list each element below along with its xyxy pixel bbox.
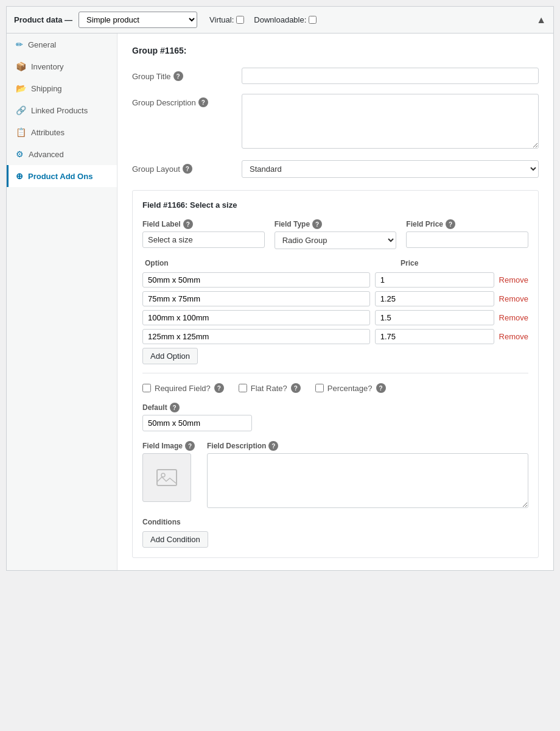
remove-option-button[interactable]: Remove [499,275,528,284]
virtual-label[interactable]: Virtual: [209,15,244,24]
field-price-group: Field Price ? [406,219,528,249]
flat-rate-item: Flat Rate? ? [239,383,301,393]
required-field-checkbox[interactable] [142,384,151,392]
options-header-price: Price [398,258,528,269]
field-type-group: Field Type ? Radio Group Select Checkbox… [275,219,397,249]
group-title-label: Group Title ? [132,68,242,81]
sidebar-item-attributes[interactable]: 📋 Attributes [7,121,117,143]
field-label-input[interactable] [142,231,265,248]
downloadable-label[interactable]: Downloadable: [254,15,317,24]
add-option-button[interactable]: Add Option [142,348,198,364]
collapse-icon[interactable]: ▲ [536,15,546,26]
sidebar-item-label-linked-products: Linked Products [31,106,88,115]
sidebar-item-shipping[interactable]: 📂 Shipping [7,77,117,99]
group-description-row: Group Description ? [132,94,539,150]
field-description-group: Field Description ? [207,441,528,508]
sidebar-item-general[interactable]: ✏ General [7,34,117,55]
option-text-input[interactable] [142,272,370,288]
options-header: Option Price [142,258,528,269]
svg-rect-0 [157,470,177,486]
default-row: Default ? [142,403,528,431]
sidebar-item-product-add-ons[interactable]: ⊕ Product Add Ons [7,165,117,187]
image-desc-row: Field Image ? Fie [142,441,528,508]
group-title-field [242,68,539,84]
percentage-label: Percentage? [327,384,373,393]
group-title-bar: Group #1165: [132,46,539,55]
sidebar-item-label-advanced: Advanced [29,150,64,159]
group-title-input[interactable] [242,68,539,84]
remove-option-button[interactable]: Remove [499,332,528,341]
option-price-input[interactable] [375,310,494,325]
option-text-input[interactable] [142,329,370,344]
field-image-placeholder[interactable] [142,453,191,502]
field-description-textarea[interactable] [207,453,528,508]
field-label-help-icon[interactable]: ? [183,219,193,229]
downloadable-checkbox[interactable] [309,16,317,24]
sidebar: ✏ General 📦 Inventory 📂 Shipping 🔗 Linke… [7,34,117,570]
group-description-field [242,94,539,150]
required-field-help-icon[interactable]: ? [214,383,224,393]
option-price-input[interactable] [375,329,494,344]
sidebar-item-label-attributes: Attributes [31,128,65,137]
option-text-input[interactable] [142,310,370,325]
field-section-title: Field #1166: Select a size [142,200,528,210]
group-title-row: Group Title ? [132,68,539,84]
field-image-help-icon[interactable]: ? [185,441,195,451]
group-layout-row: Group Layout ? Standard Accordion Collap… [132,160,539,178]
shipping-icon: 📂 [16,83,26,93]
percentage-help-icon[interactable]: ? [376,383,386,393]
attributes-icon: 📋 [16,127,26,137]
field-image-label: Field Image ? [142,441,195,451]
virtual-checkbox[interactable] [236,16,244,24]
option-price-input[interactable] [375,291,494,306]
flat-rate-label: Flat Rate? [251,384,287,393]
group-layout-select[interactable]: Standard Accordion Collapsible [242,160,539,178]
linked-products-icon: 🔗 [16,105,26,115]
sidebar-item-label-inventory: Inventory [31,62,63,71]
field-label-type-price-row: Field Label ? Field Type ? Radio Group S… [142,219,528,249]
field-type-help-icon[interactable]: ? [312,219,322,229]
product-type-select[interactable]: Simple productVariable productGrouped pr… [79,12,197,28]
group-layout-help-icon[interactable]: ? [183,164,192,174]
field-image-group: Field Image ? [142,441,195,508]
group-description-help-icon[interactable]: ? [198,97,208,107]
required-field-item: Required Field? ? [142,383,224,393]
sidebar-item-label-shipping: Shipping [31,84,62,93]
group-layout-label: Group Layout ? [132,160,242,174]
option-row: Remove [142,329,528,344]
add-condition-button[interactable]: Add Condition [142,531,208,548]
sidebar-item-linked-products[interactable]: 🔗 Linked Products [7,99,117,121]
options-header-option: Option [142,258,398,269]
product-data-header: Product data — Simple productVariable pr… [7,7,553,34]
checkboxes-row: Required Field? ? Flat Rate? ? Percentag… [142,383,528,393]
group-description-label: Group Description ? [132,94,242,107]
group-layout-field: Standard Accordion Collapsible [242,160,539,178]
group-description-textarea[interactable] [242,94,539,149]
field-type-select[interactable]: Radio Group Select Checkbox Text Textare… [275,231,397,249]
option-text-input[interactable] [142,291,370,306]
percentage-checkbox[interactable] [315,384,324,392]
group-title-help-icon[interactable]: ? [173,71,183,81]
default-help-icon[interactable]: ? [170,403,180,412]
conditions-section: Conditions Add Condition [142,518,528,548]
sidebar-item-advanced[interactable]: ⚙ Advanced [7,143,117,165]
field-price-help-icon[interactable]: ? [446,219,455,229]
flat-rate-checkbox[interactable] [239,384,247,392]
field-price-input[interactable] [406,231,528,248]
main-content: Group #1165: Group Title ? Group Descrip… [117,34,553,570]
sidebar-item-inventory[interactable]: 📦 Inventory [7,55,117,77]
option-price-input[interactable] [375,272,494,288]
conditions-label: Conditions [142,518,528,526]
required-field-label: Required Field? [155,384,211,393]
options-list: RemoveRemoveRemoveRemove [142,272,528,344]
remove-option-button[interactable]: Remove [499,313,528,322]
field-type-label: Field Type ? [275,219,397,229]
remove-option-button[interactable]: Remove [499,294,528,303]
sidebar-item-label-product-add-ons: Product Add Ons [28,172,93,181]
field-description-help-icon[interactable]: ? [268,441,278,451]
percentage-item: Percentage? ? [315,383,386,393]
default-input[interactable] [142,415,252,431]
advanced-icon: ⚙ [16,149,24,159]
general-icon: ✏ [16,40,23,49]
flat-rate-help-icon[interactable]: ? [291,383,301,393]
